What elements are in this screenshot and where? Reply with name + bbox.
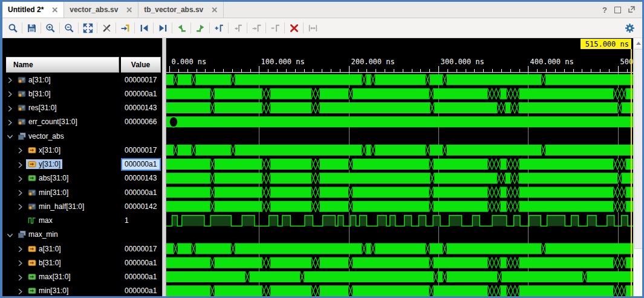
scroll-up-button[interactable] xyxy=(634,38,643,48)
signal-row[interactable]: min_half[31:0]00000142 xyxy=(2,199,162,213)
signal-value[interactable]: 1 xyxy=(121,214,161,228)
signal-value[interactable]: 000000a1 xyxy=(121,270,161,284)
name-column-header[interactable]: Name xyxy=(6,57,119,73)
signal-name: max[31:0] xyxy=(39,273,71,281)
signal-value[interactable]: 000000a1 xyxy=(121,158,161,171)
cursor-time-badge: 515.000 ns xyxy=(581,39,631,49)
zoom-out-button[interactable] xyxy=(61,20,77,36)
signal-row[interactable]: a[31:0]00000017 xyxy=(2,242,162,256)
signal-row[interactable]: err_count[31:0]00000066 xyxy=(2,115,162,129)
expand-chevron-icon[interactable] xyxy=(16,202,24,210)
signal-row[interactable]: min[31:0]000000a1 xyxy=(2,185,162,199)
time-ruler[interactable]: 0.000 ns100.000 ns200.000 ns300.000 ns40… xyxy=(166,38,633,73)
bus-icon xyxy=(28,202,36,211)
toolbar-separator xyxy=(115,22,116,33)
vertical-scrollbar[interactable] xyxy=(633,38,643,297)
expand-chevron-icon[interactable] xyxy=(16,259,24,267)
settings-button[interactable] xyxy=(622,20,637,36)
tab-close-icon[interactable]: ✕ xyxy=(211,6,218,14)
signal-name: y[31:0] xyxy=(39,160,60,168)
expand-chevron-icon[interactable] xyxy=(6,104,14,112)
next-transition-icon xyxy=(158,23,168,33)
toolbar-separator xyxy=(247,22,247,33)
expand-chevron-icon[interactable] xyxy=(16,245,24,253)
maximize-icon[interactable] xyxy=(614,7,621,13)
expand-chevron-icon[interactable] xyxy=(16,188,24,196)
elastic-mode-button[interactable] xyxy=(99,20,114,36)
swap-cursors-icon xyxy=(308,23,318,33)
waveform-panel[interactable]: 0.000 ns100.000 ns200.000 ns300.000 ns40… xyxy=(166,38,633,297)
toolbar-separator xyxy=(265,22,266,33)
scrollbar-thumb[interactable] xyxy=(634,49,643,249)
float-window-icon[interactable] xyxy=(628,4,635,15)
zoom-in-button[interactable] xyxy=(42,20,58,36)
expand-chevron-icon[interactable] xyxy=(16,287,24,295)
previous-marker-button[interactable] xyxy=(230,20,246,36)
signal-row[interactable]: res[31:0]00000143 xyxy=(2,101,162,115)
signal-value[interactable]: 00000143 xyxy=(121,171,161,185)
signal-row[interactable]: min[31:0]000000a1 xyxy=(2,284,162,297)
signal-value[interactable]: 000000a1 xyxy=(121,256,161,270)
signal-value[interactable]: 00000142 xyxy=(121,199,161,213)
save-waveform-configuration-button[interactable] xyxy=(24,20,39,36)
toolbar-separator xyxy=(190,22,191,33)
signal-value[interactable]: 00000066 xyxy=(121,115,161,129)
next-transition-button[interactable] xyxy=(155,20,171,36)
next-marker-button[interactable] xyxy=(249,20,264,36)
tab-tb-vector-abs-sv[interactable]: tb_vector_abs.sv ✕ xyxy=(138,2,224,18)
tab-close-icon[interactable]: ✕ xyxy=(126,6,132,14)
expand-chevron-icon[interactable] xyxy=(6,118,14,126)
expand-chevron-icon[interactable] xyxy=(16,146,24,154)
time-cursor[interactable] xyxy=(631,49,632,297)
zoom-fit-button[interactable] xyxy=(80,20,96,36)
value-column-header[interactable]: Value xyxy=(121,57,161,73)
delete-all-markers-button[interactable] xyxy=(286,20,302,36)
go-to-time-icon xyxy=(120,23,131,33)
signal-value[interactable]: 00000143 xyxy=(121,101,161,115)
waveform-canvas[interactable] xyxy=(166,73,633,297)
signal-row[interactable]: y[31:0]000000a1 xyxy=(2,157,162,171)
previous-transition-button[interactable] xyxy=(136,20,152,36)
signal-value[interactable]: 00000017 xyxy=(121,143,161,157)
swap-cursors-button[interactable] xyxy=(305,20,320,36)
add-marker-button[interactable] xyxy=(211,20,227,36)
signal-row[interactable]: a[31:0]00000017 xyxy=(2,73,162,87)
swap-next-button[interactable] xyxy=(192,20,208,36)
signal-value[interactable]: 00000017 xyxy=(121,73,161,87)
signal-value[interactable] xyxy=(121,228,161,242)
go-to-time-button[interactable] xyxy=(117,20,133,36)
tab-close-icon[interactable]: ✕ xyxy=(51,6,58,14)
signal-row[interactable]: max1 xyxy=(2,214,162,228)
signal-row[interactable]: b[31:0]000000a1 xyxy=(2,87,162,101)
expand-chevron-icon[interactable] xyxy=(16,161,24,168)
help-icon[interactable]: ? xyxy=(602,5,607,15)
signal-row[interactable]: max[31:0]000000a1 xyxy=(2,270,162,284)
expand-chevron-icon[interactable] xyxy=(6,132,14,140)
signal-value[interactable]: 000000a1 xyxy=(121,185,161,199)
signal-value[interactable]: 000000a1 xyxy=(121,87,161,101)
wave-row-min310 xyxy=(166,187,633,198)
wave-row-a310 xyxy=(166,243,633,254)
signal-value[interactable] xyxy=(121,129,161,143)
find-button[interactable] xyxy=(5,20,21,36)
waveform-viewer-window: Untitled 2* ✕ vector_abs.sv ✕ tb_vector_… xyxy=(0,0,644,298)
tab-untitled[interactable]: Untitled 2* ✕ xyxy=(2,2,64,18)
signal-row[interactable]: b[31:0]000000a1 xyxy=(2,256,162,270)
signal-row[interactable]: x[31:0]00000017 xyxy=(2,143,162,157)
delete-marker-button[interactable] xyxy=(267,20,283,36)
swap-previous-button[interactable] xyxy=(174,20,189,36)
group-icon xyxy=(18,230,26,239)
expand-chevron-icon[interactable] xyxy=(6,76,14,84)
signal-row[interactable]: vector_abs xyxy=(2,129,162,143)
bus-icon xyxy=(28,188,36,197)
expand-chevron-icon[interactable] xyxy=(6,90,14,98)
tab-vector-abs-sv[interactable]: vector_abs.sv ✕ xyxy=(64,2,138,18)
signal-value[interactable]: 000000a1 xyxy=(121,284,161,297)
signal-row[interactable]: abs[31:0]00000143 xyxy=(2,171,162,185)
expand-chevron-icon[interactable] xyxy=(16,174,24,182)
expand-chevron-icon[interactable] xyxy=(16,273,24,281)
signal-row[interactable]: max_min xyxy=(2,228,162,242)
expand-chevron-icon[interactable] xyxy=(6,231,14,239)
signal-value[interactable]: 00000017 xyxy=(121,242,161,256)
panel-splitter[interactable] xyxy=(162,38,166,297)
